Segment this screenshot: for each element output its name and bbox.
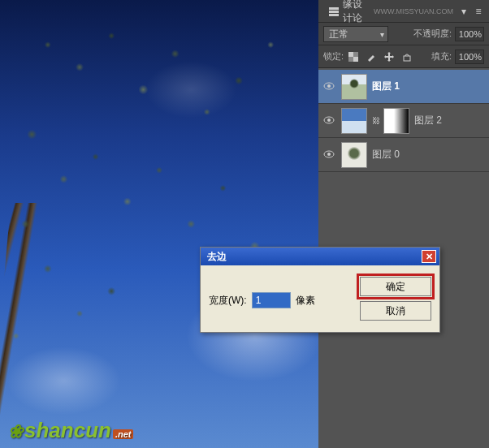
dialog-body: 宽度(W): 像素 确定 取消 <box>201 265 439 332</box>
svg-rect-0 <box>329 7 339 10</box>
dialog-title: 去边 <box>207 250 227 264</box>
tree-trunk-graphic <box>0 203 157 448</box>
lock-row: 锁定: 填充: 100% <box>318 45 489 68</box>
svg-rect-7 <box>404 56 410 61</box>
layer-name: 图层 2 <box>414 114 442 127</box>
mask-link-icon[interactable]: ⛓ <box>372 116 379 125</box>
unit-label: 像素 <box>296 294 315 308</box>
close-icon: ✕ <box>426 252 433 262</box>
svg-rect-6 <box>348 57 353 62</box>
panel-header-icons: ▾ ≡ <box>458 6 484 17</box>
layers-panel: 类 思缘设计论坛 WWW.MISSYUAN.COM ▾ ≡ 正常 不透明度: 1… <box>318 0 489 448</box>
cancel-button[interactable]: 取消 <box>360 301 431 321</box>
dialog-titlebar[interactable]: 去边 ✕ <box>201 248 439 265</box>
dialog-inputs: 宽度(W): 像素 <box>209 277 352 321</box>
lock-move-icon[interactable] <box>383 50 396 63</box>
svg-rect-3 <box>348 52 353 57</box>
svg-rect-4 <box>353 57 358 62</box>
layers-list: 图层 1 ⛓ 图层 2 图层 0 <box>318 68 489 172</box>
layer-thumbnail[interactable] <box>341 142 367 168</box>
dialog-buttons: 确定 取消 <box>360 277 431 321</box>
panel-header: 类 思缘设计论坛 WWW.MISSYUAN.COM ▾ ≡ <box>318 0 489 23</box>
opacity-input[interactable]: 100% <box>455 27 484 41</box>
visibility-toggle-icon[interactable] <box>322 115 336 127</box>
blend-mode-select[interactable]: 正常 <box>323 26 388 42</box>
leaf-icon: ❀ <box>8 421 23 442</box>
visibility-toggle-icon[interactable] <box>322 149 336 161</box>
lock-brush-icon[interactable] <box>365 50 378 63</box>
layers-icon <box>328 6 340 17</box>
watermark-text: shancun <box>24 418 111 443</box>
svg-rect-1 <box>329 11 339 13</box>
visibility-toggle-icon[interactable] <box>322 81 336 93</box>
ok-button[interactable]: 确定 <box>360 277 431 296</box>
layer-mask-thumbnail[interactable] <box>383 108 409 134</box>
watermark-logo: ❀ shancun .net <box>8 418 133 443</box>
lock-icons-group <box>347 50 413 63</box>
watermark-badge: .net <box>113 429 134 439</box>
layer-thumbnail[interactable] <box>341 74 367 100</box>
svg-point-13 <box>327 153 331 156</box>
layer-name: 图层 1 <box>372 80 400 93</box>
fill-label: 填充: <box>431 50 452 62</box>
layer-row[interactable]: ⛓ 图层 2 <box>318 104 489 138</box>
lock-all-icon[interactable] <box>400 50 413 63</box>
svg-point-9 <box>327 84 331 88</box>
canvas-preview <box>0 0 318 448</box>
layer-name: 图层 0 <box>372 148 400 162</box>
lock-label: 锁定: <box>323 50 344 62</box>
layer-row[interactable]: 图层 0 <box>318 138 489 172</box>
layer-row[interactable]: 图层 1 <box>318 70 489 104</box>
width-label: 宽度(W): <box>209 294 247 308</box>
width-input[interactable] <box>252 292 291 308</box>
menu-icon[interactable]: ≡ <box>473 6 484 17</box>
defringe-dialog: 去边 ✕ 宽度(W): 像素 确定 取消 <box>200 247 440 333</box>
close-button[interactable]: ✕ <box>422 250 436 263</box>
dropdown-icon[interactable]: ▾ <box>458 6 470 17</box>
layer-thumbnail[interactable] <box>341 108 367 134</box>
svg-point-11 <box>327 118 331 122</box>
opacity-label: 不透明度: <box>413 28 452 40</box>
watermark-url: WWW.MISSYUAN.COM <box>374 7 453 15</box>
lock-transparent-icon[interactable] <box>347 50 360 63</box>
blend-mode-row: 正常 不透明度: 100% <box>318 23 489 45</box>
svg-rect-5 <box>353 52 358 57</box>
svg-rect-2 <box>329 14 339 16</box>
fill-input[interactable]: 100% <box>455 50 484 64</box>
